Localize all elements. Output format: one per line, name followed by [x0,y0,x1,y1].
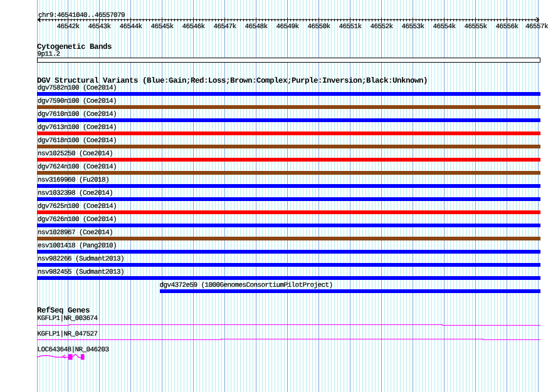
svg-text:nsv982266 (Sudmant2013): nsv982266 (Sudmant2013) [38,255,124,263]
svg-text:46550k: 46550k [307,23,330,31]
svg-text:KGFLP1|NR_003674: KGFLP1|NR_003674 [38,315,98,322]
svg-text:DGV Structural Variants (Blue:: DGV Structural Variants (Blue:Gain;Red:L… [37,76,428,85]
svg-text:46543k: 46543k [88,23,111,31]
svg-text:46547k: 46547k [213,23,236,31]
svg-text:nsv1028967 (Coe2014): nsv1028967 (Coe2014) [38,229,113,237]
svg-text:46553k: 46553k [401,23,424,31]
svg-text:esv1001418 (Pang2010): esv1001418 (Pang2010) [38,242,117,250]
svg-text:RefSeq Genes: RefSeq Genes [37,306,90,315]
svg-text:46552k: 46552k [370,23,393,31]
svg-text:nsv982455 (Sudmant2013): nsv982455 (Sudmant2013) [38,269,124,276]
svg-text:46557k: 46557k [525,23,549,31]
svg-text:chr9:46541040..46557079: chr9:46541040..46557079 [38,12,125,19]
svg-text:nsv1032398 (Coe2014): nsv1032398 (Coe2014) [38,190,113,197]
svg-text:nsv1025250 (Coe2014): nsv1025250 (Coe2014) [38,150,113,158]
svg-text:46556k: 46556k [495,23,519,31]
svg-text:dgv7590n100 (Coe2014): dgv7590n100 (Coe2014) [38,98,117,105]
svg-text:9p11.2: 9p11.2 [38,51,60,58]
svg-text:nsv3169960 (Fu2018): nsv3169960 (Fu2018) [38,177,109,184]
svg-text:LOC643648|NR_046203: LOC643648|NR_046203 [38,346,109,354]
svg-text:dgv7624n100 (Coe2014): dgv7624n100 (Coe2014) [38,163,117,171]
svg-text:dgv7626n100 (Coe2014): dgv7626n100 (Coe2014) [38,216,117,224]
svg-text:46542k: 46542k [56,23,80,31]
svg-text:dgv7610n100 (Coe2014): dgv7610n100 (Coe2014) [38,111,117,118]
svg-text:46549k: 46549k [276,23,299,31]
svg-text:KGFLP1|NR_047527: KGFLP1|NR_047527 [38,331,98,338]
svg-text:46551k: 46551k [339,23,362,31]
svg-text:46545k: 46545k [150,23,174,31]
svg-text:dgv7613n100 (Coe2014): dgv7613n100 (Coe2014) [38,124,117,132]
svg-text:46544k: 46544k [119,23,142,31]
svg-text:dgv7625n100 (Coe2014): dgv7625n100 (Coe2014) [38,203,117,210]
svg-text:Cytogenetic Bands: Cytogenetic Bands [37,43,112,51]
svg-text:46554k: 46554k [433,23,456,31]
svg-text:dgv7582n100 (Coe2014): dgv7582n100 (Coe2014) [38,85,117,92]
svg-text:46555k: 46555k [464,23,487,31]
svg-text:46548k: 46548k [245,23,268,31]
svg-text:46546k: 46546k [182,23,205,31]
svg-text:dgv4372e59 (1000GenomesConsort: dgv4372e59 (1000GenomesConsortiumPilotPr… [160,282,333,289]
svg-text:dgv7618n100 (Coe2014): dgv7618n100 (Coe2014) [38,137,117,145]
